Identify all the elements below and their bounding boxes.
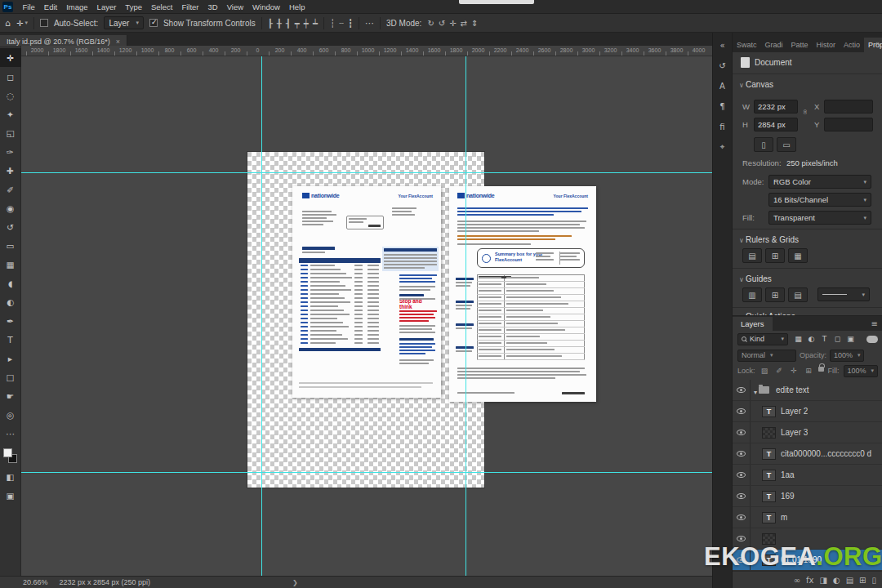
align-top-edges-icon[interactable]: ┯ xyxy=(295,19,300,28)
blend-mode-dropdown[interactable]: Normal xyxy=(737,350,796,362)
filter-smart-objects-icon[interactable]: ▣ xyxy=(845,335,856,343)
photoshop-logo-icon[interactable]: Ps xyxy=(2,2,13,12)
eyedropper-tool[interactable]: ✑ xyxy=(0,142,21,161)
spot-healing-tool[interactable]: ✚ xyxy=(0,161,21,180)
shape-tool[interactable]: □ xyxy=(0,368,21,386)
align-horizontal-centers-icon[interactable]: ╂ xyxy=(277,19,282,28)
pen-tool[interactable]: ✒ xyxy=(0,311,21,330)
character-panel-icon[interactable]: A xyxy=(713,77,733,95)
new-layer-icon[interactable]: ⊞ xyxy=(859,576,866,585)
panel-tab-patte[interactable]: Patte xyxy=(787,38,813,52)
zoom-level-field[interactable]: 20.66% xyxy=(23,578,48,586)
visibility-toggle[interactable] xyxy=(733,380,751,400)
clone-source-panel-icon[interactable]: ⌖ xyxy=(713,138,733,156)
panel-tab-gradi[interactable]: Gradi xyxy=(761,38,787,52)
blur-tool[interactable]: ◖ xyxy=(0,274,21,292)
canvas-area[interactable]: nationwide Your FlexAccount Stop and thi… xyxy=(21,56,712,576)
3d-roll-icon[interactable]: ↺ xyxy=(439,19,445,28)
portrait-orientation-button[interactable]: ▯ xyxy=(754,137,773,152)
distribute-horizontal-icon[interactable]: ┆ xyxy=(330,19,335,28)
delete-layer-icon[interactable]: ▯ xyxy=(871,576,876,585)
dodge-tool[interactable]: ◐ xyxy=(0,292,21,311)
current-tool-badge[interactable]: ✛ ▾ xyxy=(16,19,28,28)
color-swatches[interactable] xyxy=(0,448,21,467)
gradient-tool[interactable]: ▦ xyxy=(0,255,21,274)
glyphs-panel-icon[interactable]: fi xyxy=(713,118,733,136)
align-bottom-edges-icon[interactable]: ┷ xyxy=(313,19,318,28)
visibility-toggle[interactable] xyxy=(733,401,751,421)
lock-position-icon[interactable]: ✛ xyxy=(789,367,800,375)
menu-3d[interactable]: 3D xyxy=(203,0,222,14)
link-layers-icon[interactable]: ∞ xyxy=(794,576,800,585)
layer-row[interactable]: edite text xyxy=(733,380,882,401)
distribute-vertical-icon[interactable]: ┄ xyxy=(339,19,344,28)
layer-row[interactable]: Layer 3 xyxy=(733,422,882,443)
menu-type[interactable]: Type xyxy=(121,0,147,14)
menu-image[interactable]: Image xyxy=(62,0,92,14)
lock-image-pixels-icon[interactable]: ✐ xyxy=(774,367,785,375)
guide-horizontal-2[interactable] xyxy=(21,472,712,473)
layer-row[interactable]: Tcita000000...cccccccc0 d xyxy=(733,443,882,465)
move-tool[interactable]: ✛ xyxy=(0,48,21,67)
edit-toolbar-icon[interactable]: ⋯ xyxy=(0,424,21,443)
visibility-toggle[interactable] xyxy=(733,465,751,485)
quick-mask-icon[interactable]: ◧ xyxy=(0,467,21,486)
guide-vertical-1[interactable] xyxy=(261,56,262,576)
home-icon[interactable]: ⌂ xyxy=(5,18,11,29)
filter-shape-layers-icon[interactable]: ◻ xyxy=(832,335,843,343)
guide-vertical-2[interactable] xyxy=(466,56,466,576)
visibility-toggle[interactable] xyxy=(733,507,751,528)
history-panel-icon[interactable]: ↺ xyxy=(713,56,733,74)
toggle-grid-icon[interactable]: ⊞ xyxy=(765,248,785,263)
color-mode-dropdown[interactable]: RGB Color xyxy=(768,175,871,189)
tab-layers[interactable]: Layers xyxy=(733,317,773,331)
rectangular-marquee-tool[interactable]: ◻ xyxy=(0,67,21,86)
horizontal-ruler[interactable]: 2000180016001400120010008006004002000200… xyxy=(21,46,712,56)
filter-adjustment-layers-icon[interactable]: ◐ xyxy=(806,335,817,343)
status-options-icon[interactable]: ❯ xyxy=(292,579,298,586)
lock-guides-icon[interactable]: ▤ xyxy=(788,287,808,302)
align-vertical-centers-icon[interactable]: ┿ xyxy=(304,19,309,28)
align-left-edges-icon[interactable]: ┠ xyxy=(268,19,273,28)
3d-scale-icon[interactable]: ⇕ xyxy=(471,19,478,28)
panel-tab-actio[interactable]: Actio xyxy=(840,38,864,52)
bit-depth-dropdown[interactable]: 16 Bits/Channel xyxy=(768,193,871,207)
layer-row[interactable]: T1aa xyxy=(733,465,882,486)
clone-stamp-tool[interactable]: ◉ xyxy=(0,198,21,217)
lock-transparent-pixels-icon[interactable]: ▨ xyxy=(760,367,770,375)
layer-effects-icon[interactable]: fx xyxy=(806,576,813,585)
rulers-grids-section-header[interactable]: Rulers & Grids xyxy=(739,235,799,244)
panel-tab-histor[interactable]: Histor xyxy=(813,38,840,52)
lock-all-icon[interactable] xyxy=(818,367,824,372)
guides-section-header[interactable]: Guides xyxy=(739,274,772,283)
collapse-panels-icon[interactable]: « xyxy=(713,36,733,54)
menu-window[interactable]: Window xyxy=(248,0,285,14)
close-tab-icon[interactable]: × xyxy=(116,38,120,46)
panel-tab-swatc[interactable]: Swatc xyxy=(733,38,761,52)
height-field[interactable]: 2854 px xyxy=(754,118,798,131)
type-tool[interactable]: T xyxy=(0,330,21,349)
eraser-tool[interactable]: ▭ xyxy=(0,236,21,255)
menu-help[interactable]: Help xyxy=(284,0,310,14)
collapse-dock-icon[interactable]: « xyxy=(875,39,880,47)
guide-layout-icon[interactable]: ⊞ xyxy=(765,287,785,302)
path-selection-tool[interactable]: ▸ xyxy=(0,349,21,368)
hand-tool[interactable]: ☛ xyxy=(0,386,21,405)
3d-drag-icon[interactable]: ✛ xyxy=(449,19,456,28)
layer-filtering-toggle[interactable] xyxy=(866,336,878,343)
visibility-toggle[interactable] xyxy=(733,443,751,464)
3d-orbit-icon[interactable]: ↻ xyxy=(427,19,434,28)
new-group-icon[interactable]: ▤ xyxy=(846,576,853,585)
menu-select[interactable]: Select xyxy=(146,0,176,14)
lock-artboard-icon[interactable]: ⊞ xyxy=(804,367,814,375)
layer-row[interactable]: Tm xyxy=(733,507,882,528)
paragraph-panel-icon[interactable]: ¶ xyxy=(713,97,733,115)
menu-layer[interactable]: Layer xyxy=(92,0,121,14)
width-field[interactable]: 2232 px xyxy=(754,100,798,114)
guide-style-dropdown[interactable] xyxy=(817,287,870,301)
menu-file[interactable]: File xyxy=(18,0,39,14)
landscape-orientation-button[interactable]: ▭ xyxy=(777,137,796,152)
show-transform-checkbox[interactable] xyxy=(149,19,158,27)
visibility-toggle[interactable] xyxy=(733,422,751,443)
layer-row[interactable]: TLayer 2 xyxy=(733,401,882,422)
